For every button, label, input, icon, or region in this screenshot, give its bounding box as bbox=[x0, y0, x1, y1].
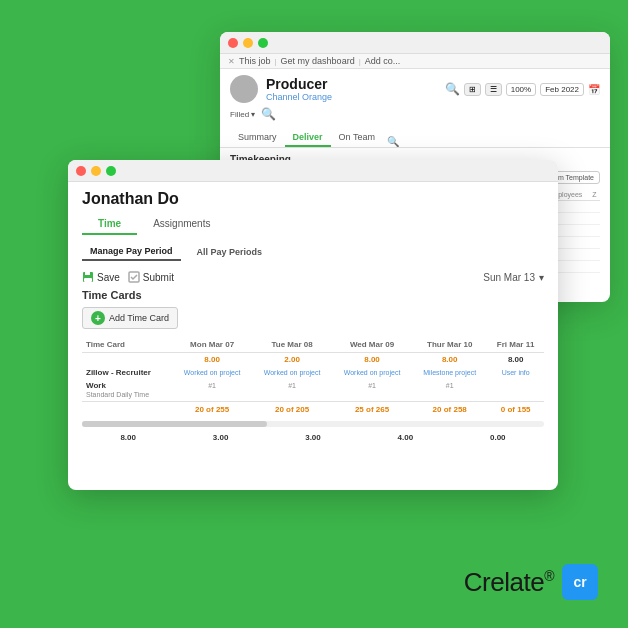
tc-row-zillow: Zillow - Recruiter bbox=[82, 366, 172, 379]
fri-hours: 8.00 bbox=[508, 355, 524, 364]
plus-icon: + bbox=[91, 311, 105, 325]
submit-label: Submit bbox=[143, 272, 174, 283]
tc-total-fri: 0 of 155 bbox=[487, 402, 544, 418]
tab-separator: | bbox=[275, 57, 277, 66]
bottom-tue: 3.00 bbox=[213, 433, 229, 442]
tc-total-label bbox=[82, 402, 172, 418]
tab-summary[interactable]: Summary bbox=[230, 129, 285, 147]
chevron-down-icon[interactable]: ▾ bbox=[539, 272, 544, 283]
producer-title-row: Producer Channel Orange 🔍 ⊞ ☰ 100% Feb 2… bbox=[230, 75, 600, 103]
person-name: Jonathan Do bbox=[82, 190, 544, 208]
tue-quota: #1 bbox=[288, 382, 296, 389]
tue-hours: 2.00 bbox=[284, 355, 300, 364]
tab-separator2: | bbox=[359, 57, 361, 66]
date-text: Sun Mar 13 bbox=[483, 272, 535, 283]
save-icon bbox=[82, 271, 94, 283]
wed-hours: 8.00 bbox=[364, 355, 380, 364]
tc-card-name bbox=[82, 353, 172, 367]
producer-titlebar bbox=[220, 32, 610, 54]
tc-col-thur: Thur Mar 10 bbox=[412, 337, 487, 353]
tc-col-card: Time Card bbox=[82, 337, 172, 353]
filter-label: Filled ▾ bbox=[230, 110, 255, 119]
mon-project: Worked on project bbox=[184, 369, 241, 376]
fri-project: User info bbox=[502, 369, 530, 376]
toolbar-left: Save Submit bbox=[82, 271, 174, 283]
row-z bbox=[589, 225, 600, 237]
scrollbar[interactable] bbox=[82, 421, 544, 427]
trademark: ® bbox=[544, 568, 554, 584]
tab-close-icon[interactable]: ✕ bbox=[228, 57, 235, 66]
wed-quota: #1 bbox=[368, 382, 376, 389]
mon-hours: 8.00 bbox=[204, 355, 220, 364]
close-icon[interactable] bbox=[228, 38, 238, 48]
crelate-logo: cr bbox=[562, 564, 598, 600]
thur-quota: #1 bbox=[446, 382, 454, 389]
search-icon[interactable]: 🔍 bbox=[445, 82, 460, 96]
row-z bbox=[589, 249, 600, 261]
close-icon2[interactable] bbox=[76, 166, 86, 176]
wed-project: Worked on project bbox=[344, 369, 401, 376]
time-cards-table: Time Card Mon Mar 07 Tue Mar 08 Wed Mar … bbox=[82, 337, 544, 417]
timecards-window: Jonathan Do Time Assignments Manage Pay … bbox=[68, 160, 558, 490]
all-pay-periods-btn[interactable]: All Pay Periods bbox=[189, 244, 271, 260]
grid-view-btn[interactable]: ⊞ bbox=[464, 83, 481, 96]
producer-filter-toolbar: Filled ▾ 🔍 bbox=[230, 107, 600, 121]
tc-col-wed: Wed Mar 09 bbox=[332, 337, 412, 353]
browser-tab-this-job[interactable]: This job bbox=[239, 56, 271, 66]
producer-browser-tabs: ✕ This job | Get my dashboard | Add co..… bbox=[220, 54, 610, 69]
date-btn[interactable]: Feb 2022 bbox=[540, 83, 584, 96]
thur-project: Milestone project bbox=[423, 369, 476, 376]
maximize-icon2[interactable] bbox=[106, 166, 116, 176]
minimize-icon2[interactable] bbox=[91, 166, 101, 176]
producer-header: Producer Channel Orange 🔍 ⊞ ☰ 100% Feb 2… bbox=[220, 69, 610, 129]
producer-subtitle: Channel Orange bbox=[266, 92, 332, 102]
calendar-icon[interactable]: 📅 bbox=[588, 84, 600, 95]
table-row: Zillow - Recruiter Worked on project Wor… bbox=[82, 366, 544, 379]
bottom-thur: 4.00 bbox=[398, 433, 414, 442]
search-icon3[interactable]: 🔍 bbox=[387, 136, 399, 147]
bottom-mon: 8.00 bbox=[120, 433, 136, 442]
time-cards-title: Time Cards bbox=[82, 289, 544, 301]
standard-daily-label: Standard Daily Time bbox=[86, 391, 149, 398]
bottom-wed: 3.00 bbox=[305, 433, 321, 442]
tc-col-tue: Tue Mar 08 bbox=[252, 337, 332, 353]
tue-project: Worked on project bbox=[264, 369, 321, 376]
bottom-fri: 0.00 bbox=[490, 433, 506, 442]
row-z bbox=[589, 213, 600, 225]
tc-header-row: Time Card Mon Mar 07 Tue Mar 08 Wed Mar … bbox=[82, 337, 544, 353]
browser-tab-dashboard[interactable]: Get my dashboard bbox=[281, 56, 355, 66]
thur-hours: 8.00 bbox=[442, 355, 458, 364]
svg-rect-2 bbox=[84, 278, 92, 282]
manage-pay-period-btn[interactable]: Manage Pay Period bbox=[82, 243, 181, 261]
tc-col-fri: Fri Mar 11 bbox=[487, 337, 544, 353]
zoom-btn[interactable]: 100% bbox=[506, 83, 536, 96]
search-icon2[interactable]: 🔍 bbox=[261, 107, 276, 121]
tab-time[interactable]: Time bbox=[82, 214, 137, 235]
save-button[interactable]: Save bbox=[82, 271, 120, 283]
tk-col-z: Z bbox=[589, 189, 600, 201]
tc-col-mon: Mon Mar 07 bbox=[172, 337, 252, 353]
row-z bbox=[589, 237, 600, 249]
tc-total-wed: 25 of 265 bbox=[332, 402, 412, 418]
tc-bottom-row: 8.00 3.00 3.00 4.00 0.00 bbox=[68, 431, 558, 444]
table-row: 8.00 2.00 8.00 8.00 8.00 bbox=[82, 353, 544, 367]
minimize-icon[interactable] bbox=[243, 38, 253, 48]
tab-on-team[interactable]: On Team bbox=[331, 129, 383, 147]
submit-icon bbox=[128, 271, 140, 283]
browser-tab-add[interactable]: Add co... bbox=[365, 56, 401, 66]
maximize-icon[interactable] bbox=[258, 38, 268, 48]
tab-deliver[interactable]: Deliver bbox=[285, 129, 331, 147]
avatar bbox=[230, 75, 258, 103]
tc-total-mon: 20 of 255 bbox=[172, 402, 252, 418]
date-display: Sun Mar 13 ▾ bbox=[483, 272, 544, 283]
scrollbar-thumb[interactable] bbox=[82, 421, 267, 427]
list-view-btn[interactable]: ☰ bbox=[485, 83, 502, 96]
pay-period-nav: Manage Pay Period All Pay Periods bbox=[82, 243, 544, 261]
mon-quota: #1 bbox=[208, 382, 216, 389]
tab-assignments[interactable]: Assignments bbox=[137, 214, 226, 235]
front-header: Jonathan Do Time Assignments Manage Pay … bbox=[68, 182, 558, 271]
add-time-card-button[interactable]: + Add Time Card bbox=[82, 307, 178, 329]
submit-button[interactable]: Submit bbox=[128, 271, 174, 283]
work-label: Work bbox=[86, 381, 106, 390]
row-z bbox=[589, 201, 600, 213]
